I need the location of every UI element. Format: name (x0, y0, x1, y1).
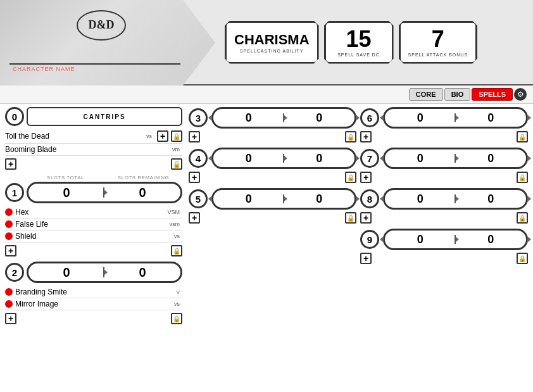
settings-button[interactable]: ⚙ (514, 88, 527, 101)
level-7-add-btn[interactable]: + (360, 172, 372, 183)
level-3-header: 3 0 0 (189, 107, 356, 129)
level-2-spell-2-tag: vs (174, 301, 180, 307)
right-row-2: 4 0 0 + (189, 148, 528, 186)
level-9-lock-btn[interactable]: 🔒 (517, 253, 528, 264)
level-1-header: 1 0 0 (5, 182, 182, 203)
level-5-badge: 5 (189, 189, 208, 208)
level-2-add-btn[interactable]: + (5, 313, 16, 324)
level-5-actions: + 🔒 (189, 210, 356, 226)
level-5-total-value: 0 (246, 193, 252, 206)
level-7-total: 0 (385, 152, 456, 165)
level-7-actions: + 🔒 (360, 169, 528, 186)
level-8-header: 8 0 0 (360, 188, 528, 210)
level-8-remaining: 0 (456, 193, 527, 206)
level-2-lock-btn[interactable]: 🔒 (171, 313, 182, 324)
level-1-lock-btn[interactable]: 🔒 (171, 245, 182, 256)
level-2-spell-2-name: Mirror Image (15, 300, 172, 308)
right-section: 3 0 0 + (189, 107, 528, 327)
level-5-add-btn[interactable]: + (189, 212, 200, 224)
cantrip-spell-1-add[interactable]: + (157, 130, 168, 142)
level-4-cell: 4 0 0 + (189, 148, 356, 186)
level-6-add-btn[interactable]: + (360, 131, 372, 142)
level-4-lock-btn[interactable]: 🔒 (345, 172, 356, 183)
level-2-total-slot: 0 (28, 265, 104, 280)
level-1-total-slot: 0 (28, 186, 104, 200)
tab-spells[interactable]: SPELLS (472, 88, 513, 101)
right-row-4: 9 0 0 + (189, 229, 528, 267)
spell-save-dc-box: 15 SPELL SAVE DC (324, 21, 394, 64)
cantrip-spell-2-name: Booming Blade (5, 145, 170, 154)
level-7-remaining: 0 (456, 152, 527, 165)
level-3-total: 0 (213, 111, 284, 125)
level-9-total-value: 0 (417, 233, 423, 246)
spellcasting-ability-value: CHARISMA (234, 33, 310, 47)
cantrip-add-btn[interactable]: + (5, 158, 16, 170)
level-2-section: 2 0 0 Branding Smite V (5, 262, 182, 327)
level-1-add-btn[interactable]: + (5, 245, 16, 256)
level-2-spell-1-name: Branding Smite (15, 288, 174, 296)
cantrips-header: 0 CANTRIPS (5, 107, 182, 126)
level-8-lock-btn[interactable]: 🔒 (517, 212, 528, 224)
level-5-remaining-value: 0 (316, 193, 322, 206)
level-1-spell-1-tag: VSM (167, 209, 180, 215)
level-2-spell-2: Mirror Image vs (5, 298, 182, 310)
spell-attack-bonus-box: 7 SPELL ATTACK BONUS (399, 21, 478, 64)
level-5-slots: 0 0 (211, 188, 356, 210)
character-name-input[interactable]: Jin (9, 47, 180, 65)
level-3-remaining-value: 0 (316, 111, 322, 125)
level-6-badge: 6 (360, 108, 379, 127)
level-8-actions: + 🔒 (360, 210, 528, 226)
level-6-actions: + 🔒 (360, 129, 528, 145)
cantrip-spell-1-tag: vs (146, 133, 152, 139)
level-6-header: 6 0 0 (360, 107, 528, 129)
level-1-labels: SLOTS TOTAL SLOTS REMAINING (5, 175, 182, 180)
level-6-remaining-value: 0 (487, 111, 494, 125)
level-4-total: 0 (213, 152, 284, 165)
level-9-add-btn[interactable]: + (360, 253, 372, 264)
level-9-cell: 9 0 0 + (360, 229, 528, 267)
level-3-lock-btn[interactable]: 🔒 (345, 131, 356, 142)
cantrip-spell-2-tag: vm (172, 146, 180, 153)
level-4-remaining-value: 0 (316, 152, 322, 165)
level-5-lock-btn[interactable]: 🔒 (345, 212, 356, 224)
level-2-remaining-slot: 0 (104, 265, 180, 280)
level-8-remaining-value: 0 (487, 193, 494, 206)
spell-attack-bonus-value: 7 (408, 28, 468, 51)
slots-total-label: SLOTS TOTAL (27, 175, 104, 180)
level-6-lock-btn[interactable]: 🔒 (517, 131, 528, 142)
level-9-slots: 0 0 (383, 229, 528, 250)
level-1-spell-3: Shield vs (5, 231, 182, 243)
level-7-lock-btn[interactable]: 🔒 (517, 172, 528, 183)
tab-bio[interactable]: BIO (444, 88, 471, 101)
level-1-slots: 0 0 (27, 182, 182, 203)
right-row-1: 3 0 0 + (189, 107, 528, 145)
level-3-total-value: 0 (246, 111, 252, 125)
level-1-spell-1: Hex VSM (5, 206, 182, 218)
level-2-spell-2-dot (5, 300, 13, 308)
level-8-total-value: 0 (417, 193, 423, 206)
level-3-actions: + 🔒 (189, 129, 356, 145)
level-1-actions: + 🔒 (5, 243, 182, 259)
tab-core[interactable]: CORE (409, 88, 443, 101)
level-8-add-btn[interactable]: + (360, 212, 372, 224)
level-9-remaining-value: 0 (487, 233, 494, 246)
cantrip-spell-1-name: Toll the Dead (5, 132, 144, 141)
level-6-slots: 0 0 (383, 107, 528, 129)
spellcasting-ability-box: CHARISMA SPELLCASTING ABILITY (225, 21, 319, 64)
spellcasting-ability-label: SPELLCASTING ABILITY (234, 49, 310, 53)
spell-save-dc-label: SPELL SAVE DC (334, 53, 384, 57)
cantrip-spell-2: Booming Blade vm (5, 144, 182, 156)
level-5-total: 0 (213, 193, 284, 206)
cantrip-lock-btn[interactable]: 🔒 (171, 158, 182, 170)
level-2-badge: 2 (5, 263, 24, 282)
level-4-add-btn[interactable]: + (189, 172, 200, 183)
level-7-badge: 7 (360, 149, 379, 168)
level-3-add-btn[interactable]: + (189, 131, 200, 142)
level-9-header: 9 0 0 (360, 229, 528, 250)
level-6-total: 0 (385, 111, 456, 125)
level-9-total: 0 (385, 233, 456, 246)
level-8-slots: 0 0 (383, 188, 528, 210)
level-2-spell-1: Branding Smite V (5, 286, 182, 298)
cantrip-spell-1-lock[interactable]: 🔒 (171, 130, 182, 142)
level-4-header: 4 0 0 (189, 148, 356, 169)
